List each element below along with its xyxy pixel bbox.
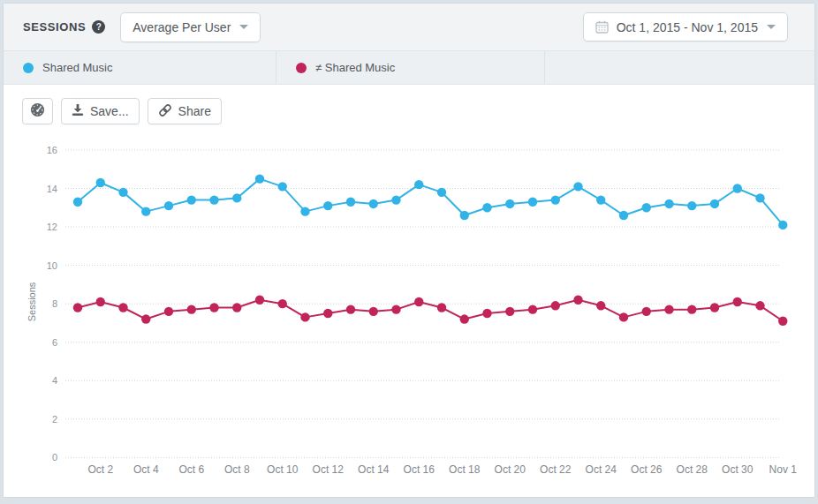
- data-point[interactable]: [118, 188, 127, 197]
- y-axis-title: Sessions: [27, 282, 37, 321]
- y-tick-label: 12: [47, 222, 57, 232]
- x-tick-label: Oct 30: [722, 463, 754, 476]
- data-point[interactable]: [755, 193, 764, 202]
- data-point[interactable]: [642, 307, 651, 316]
- data-point[interactable]: [278, 182, 287, 191]
- data-point[interactable]: [118, 303, 127, 312]
- data-point[interactable]: [596, 301, 605, 310]
- chart-area: Save... Share 0246810121416SessionsOct: [4, 85, 814, 497]
- data-point[interactable]: [505, 199, 514, 208]
- data-point[interactable]: [164, 201, 173, 210]
- report-title: SESSIONS: [23, 20, 86, 34]
- date-range-value: Oct 1, 2015 - Nov 1, 2015: [617, 20, 758, 34]
- data-point[interactable]: [300, 312, 309, 321]
- data-point[interactable]: [187, 195, 196, 204]
- legend-item-not-shared-music[interactable]: ≠ Shared Music: [276, 51, 545, 84]
- y-tick-label: 14: [47, 184, 57, 194]
- x-tick-label: Oct 8: [224, 463, 250, 476]
- data-point[interactable]: [619, 211, 628, 220]
- data-point[interactable]: [164, 307, 173, 316]
- data-point[interactable]: [505, 307, 514, 316]
- data-point[interactable]: [710, 303, 719, 312]
- data-point[interactable]: [642, 203, 651, 212]
- data-point[interactable]: [141, 207, 150, 215]
- data-point[interactable]: [437, 188, 446, 197]
- x-tick-label: Oct 26: [631, 463, 663, 476]
- y-tick-label: 10: [47, 260, 57, 271]
- data-point[interactable]: [573, 182, 582, 191]
- data-point[interactable]: [551, 301, 560, 310]
- chevron-down-icon: [767, 25, 776, 29]
- data-point[interactable]: [414, 180, 423, 189]
- series-line: [78, 300, 783, 321]
- data-point[interactable]: [733, 184, 742, 192]
- metric-dropdown[interactable]: Average Per User: [120, 12, 261, 42]
- data-point[interactable]: [664, 305, 673, 313]
- data-point[interactable]: [346, 198, 355, 207]
- save-button[interactable]: Save...: [61, 98, 140, 124]
- legend-item-shared-music[interactable]: Shared Music: [4, 51, 276, 84]
- data-point[interactable]: [482, 309, 491, 318]
- data-point[interactable]: [733, 297, 742, 306]
- data-point[interactable]: [755, 301, 764, 310]
- data-point[interactable]: [778, 317, 787, 326]
- data-point[interactable]: [687, 201, 696, 210]
- legend-label: Shared Music: [42, 61, 112, 74]
- data-point[interactable]: [323, 201, 332, 210]
- gauge-icon: [30, 102, 45, 120]
- data-point[interactable]: [323, 309, 332, 318]
- data-point[interactable]: [778, 221, 787, 229]
- data-point[interactable]: [391, 305, 400, 313]
- question-circle-icon[interactable]: ?: [92, 20, 105, 34]
- data-point[interactable]: [73, 198, 82, 207]
- data-point[interactable]: [619, 312, 628, 321]
- y-tick-label: 16: [47, 145, 57, 155]
- data-point[interactable]: [232, 303, 241, 312]
- x-tick-label: Nov 1: [769, 463, 798, 476]
- data-point[interactable]: [255, 296, 264, 305]
- data-point[interactable]: [369, 199, 378, 208]
- x-tick-label: Oct 22: [540, 463, 572, 476]
- data-point[interactable]: [710, 199, 719, 208]
- data-point[interactable]: [232, 193, 241, 202]
- data-point[interactable]: [437, 303, 446, 312]
- data-point[interactable]: [96, 178, 105, 187]
- data-point[interactable]: [482, 203, 491, 212]
- data-point[interactable]: [141, 314, 150, 323]
- data-point[interactable]: [209, 303, 218, 312]
- sessions-report-panel: SESSIONS ? Average Per User: [3, 3, 815, 498]
- sessions-line-chart[interactable]: 0246810121416SessionsOct 2Oct 4Oct 6Oct …: [4, 85, 814, 495]
- data-point[interactable]: [414, 297, 423, 306]
- x-tick-label: Oct 24: [586, 463, 617, 476]
- data-point[interactable]: [369, 307, 378, 316]
- link-icon: [158, 103, 172, 120]
- data-point[interactable]: [96, 297, 105, 306]
- data-point[interactable]: [528, 198, 537, 207]
- chevron-down-icon: [239, 25, 248, 29]
- data-point[interactable]: [460, 211, 469, 220]
- data-point[interactable]: [687, 305, 696, 313]
- data-point[interactable]: [187, 305, 196, 313]
- save-button-label: Save...: [90, 104, 129, 118]
- dashboard-gauge-button[interactable]: [22, 98, 53, 124]
- data-point[interactable]: [391, 195, 400, 204]
- date-range-dropdown[interactable]: Oct 1, 2015 - Nov 1, 2015: [583, 12, 788, 41]
- data-point[interactable]: [255, 174, 264, 183]
- x-tick-label: Oct 2: [87, 463, 113, 476]
- share-button[interactable]: Share: [148, 98, 222, 124]
- data-point[interactable]: [664, 199, 673, 208]
- data-point[interactable]: [528, 305, 537, 313]
- data-point[interactable]: [300, 207, 309, 215]
- data-point[interactable]: [460, 314, 469, 323]
- data-point[interactable]: [278, 299, 287, 308]
- x-tick-label: Oct 10: [267, 463, 299, 476]
- data-point[interactable]: [596, 195, 605, 204]
- data-point[interactable]: [573, 296, 582, 305]
- x-tick-label: Oct 12: [313, 463, 345, 476]
- data-point[interactable]: [209, 195, 218, 204]
- data-point[interactable]: [346, 305, 355, 313]
- y-tick-label: 2: [52, 414, 57, 425]
- y-tick-label: 4: [52, 375, 57, 386]
- data-point[interactable]: [551, 195, 560, 204]
- data-point[interactable]: [73, 303, 82, 312]
